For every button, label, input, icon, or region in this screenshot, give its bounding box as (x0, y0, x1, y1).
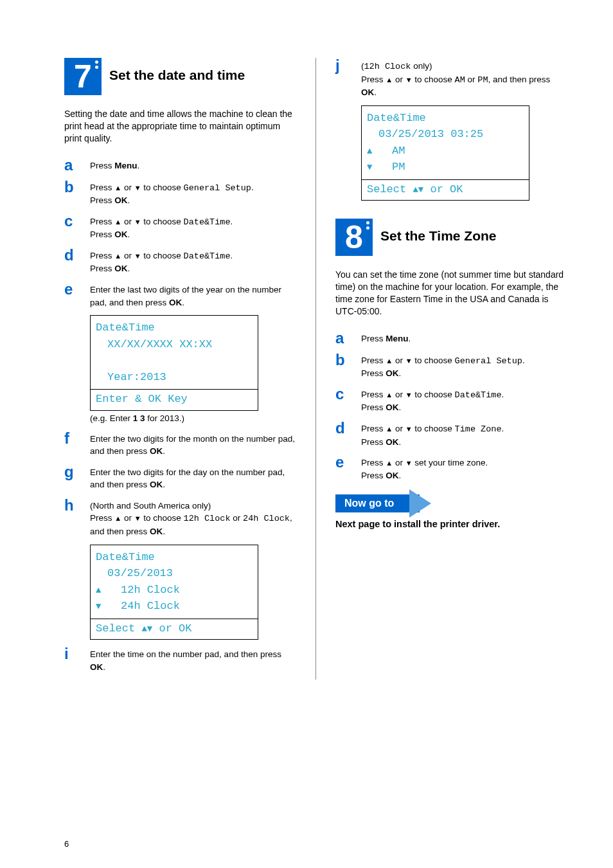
text: Press (90, 195, 114, 205)
text: . (163, 446, 165, 456)
lcd-option: AM (392, 145, 405, 157)
triangle-icon (409, 489, 431, 518)
text: Press (90, 513, 114, 523)
lcd-display-ampm: Date&Time 03/25/2013 03:25 AM PM Select … (361, 105, 529, 201)
up-arrow-icon (386, 424, 393, 433)
step-8b: b Press or to choose General Setup. Pres… (335, 352, 568, 380)
step-8d: d Press or to choose Time Zone. Press OK… (335, 420, 568, 448)
text: . (163, 527, 165, 536)
now-go-to-callout: Now go to Next page to install the print… (335, 494, 568, 529)
step-body: Press Menu. (361, 330, 568, 345)
step-7j: j (12h Clock only) Press or to choose AM… (335, 58, 568, 99)
down-arrow-icon (134, 183, 141, 192)
step-7h: h (North and South America only) Press o… (64, 498, 296, 538)
left-column: 7 Set the date and time Setting the date… (64, 58, 316, 680)
step-letter: d (64, 248, 90, 263)
text: Press (90, 183, 114, 192)
up-arrow-icon (386, 458, 393, 467)
section-8-title: Set the Time Zone (380, 228, 496, 244)
mono: 12h Clock (184, 514, 231, 523)
bold: OK (386, 471, 398, 480)
text: . (374, 87, 377, 97)
mono: General Setup (455, 356, 522, 366)
step-body: Enter the two digits for the day on the … (90, 464, 296, 491)
text: or (393, 458, 405, 467)
text: or OK (423, 183, 463, 195)
lcd-line: Date&Time (367, 110, 524, 127)
down-arrow-icon (405, 75, 413, 84)
lcd-option: 24h Clock (121, 600, 180, 612)
mono: AM (455, 75, 465, 85)
step-letter: d (335, 420, 361, 436)
up-arrow-icon (114, 217, 121, 226)
now-go-to-banner: Now go to (335, 494, 420, 512)
step-7i: i Enter the time on the number pad, and … (64, 646, 296, 673)
text: to choose (413, 75, 455, 84)
section-8-header: 8 Set the Time Zone (335, 219, 568, 256)
lcd-line: 03/25/2013 03:25 (367, 126, 524, 143)
text: Enter the time on the number pad, and th… (90, 649, 281, 659)
text: Enter the last two digits of the year on… (90, 285, 281, 307)
up-arrow-icon (367, 145, 372, 157)
text: or (121, 513, 134, 523)
lcd-footer: Enter & OK Key (91, 389, 258, 410)
lcd-line: Date&Time (96, 549, 253, 566)
step-number-7: 7 (74, 60, 92, 93)
text: (e.g. Enter (90, 413, 133, 423)
down-arrow-icon (134, 513, 141, 523)
text: only) (411, 61, 432, 71)
step-letter: a (335, 330, 361, 346)
bold: OK (386, 402, 398, 412)
down-arrow-icon (96, 600, 101, 612)
mono: Date&Time (455, 390, 502, 400)
step-body: Press or to choose Date&Time. Press OK. (90, 248, 296, 275)
text: Press (90, 161, 114, 170)
lcd-footer: Select or OK (91, 619, 258, 640)
up-arrow-icon (96, 584, 101, 596)
section-8-intro: You can set the time zone (not summer ti… (335, 269, 568, 318)
step-body: Press or to choose Date&Time. Press OK. (361, 386, 568, 414)
step-letter: c (335, 386, 361, 402)
lcd-footer: Select or OK (362, 179, 529, 201)
bold: OK (150, 527, 163, 536)
down-arrow-icon (405, 424, 413, 433)
up-arrow-icon (413, 183, 418, 195)
lcd-line: XX/XX/XXXX XX:XX (96, 336, 253, 353)
text: Press (361, 334, 386, 343)
step-letter: b (335, 352, 361, 368)
lcd-line: 03/25/2013 (96, 565, 253, 582)
lcd-option: PM (392, 161, 405, 173)
lcd-top: Date&Time 03/25/2013 03:25 AM PM (362, 106, 529, 179)
text: . (182, 298, 184, 307)
lcd-display-year: Date&Time XX/XX/XXXX XX:XX Year:2013 Ent… (90, 315, 258, 411)
step-body: Enter the last two digits of the year on… (90, 282, 296, 309)
bold: OK (361, 87, 374, 97)
step-7b: b Press or to choose General Setup. Pres… (64, 179, 296, 207)
step-letter: a (64, 158, 90, 173)
down-arrow-icon (134, 251, 141, 260)
bold: Menu (386, 334, 408, 343)
text: or (231, 513, 244, 523)
text: Select (96, 622, 141, 635)
lcd-line: Year:2013 (96, 369, 253, 386)
up-arrow-icon (114, 251, 121, 260)
bold: OK (90, 662, 103, 672)
step-letter: j (335, 58, 361, 73)
text: . (103, 662, 105, 672)
lcd-display-clock: Date&Time 03/25/2013 12h Clock 24h Clock… (90, 545, 258, 640)
text: . (128, 195, 130, 205)
step-letter: e (335, 455, 361, 470)
step-body: Press or to choose General Setup. Press … (90, 179, 296, 207)
page: 7 Set the date and time Setting the date… (0, 0, 613, 868)
bold: 1 3 (133, 413, 145, 423)
text: Press (361, 471, 386, 480)
text: Press (361, 458, 386, 467)
section-7-title: Set the date and time (109, 68, 245, 83)
text: (North and South America only) (90, 501, 211, 511)
up-arrow-icon (141, 622, 147, 635)
badge-dots-icon (95, 60, 98, 69)
step-letter: f (64, 431, 90, 446)
bold: OK (150, 446, 163, 456)
step-body: Enter the time on the number pad, and th… (90, 646, 296, 673)
text: for 2013.) (145, 413, 185, 423)
